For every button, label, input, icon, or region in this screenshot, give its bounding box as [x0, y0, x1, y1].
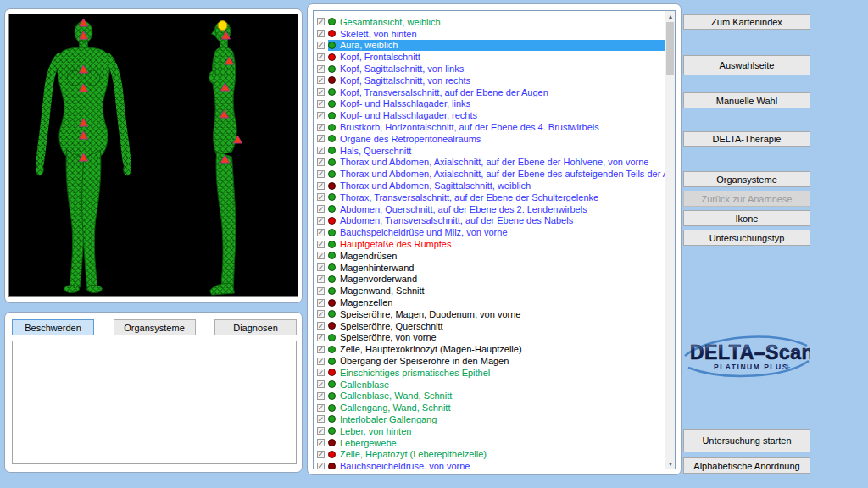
- organ-list-item[interactable]: ✓Übergang der Speiseröhre in den Magen: [314, 355, 665, 367]
- item-highlight-area[interactable]: Organe des Retroperitonealraums: [328, 133, 665, 145]
- organ-list-item[interactable]: ✓Zelle, Hepatozyt (Leberepithelzelle): [314, 448, 665, 460]
- item-checkbox[interactable]: ✓: [317, 158, 325, 166]
- organ-list-item[interactable]: ✓Abdomen, Querschnitt, auf der Ebene des…: [314, 203, 665, 215]
- item-highlight-area[interactable]: Magenwand, Schnitt: [328, 285, 665, 297]
- delta-therapie-button[interactable]: DELTA-Therapie: [683, 131, 810, 147]
- item-checkbox[interactable]: ✓: [317, 124, 325, 131]
- organ-list-item[interactable]: ✓Hals, Querschnitt: [314, 145, 665, 157]
- organ-list-item[interactable]: ✓Kopf, Frontalschnitt: [314, 51, 665, 63]
- item-highlight-area[interactable]: Speiseröhre, Magen, Duodenum, von vorne: [328, 308, 665, 320]
- item-checkbox[interactable]: ✓: [317, 65, 325, 73]
- organ-list-item[interactable]: ✓Kopf, Sagittalschnitt, von links: [314, 63, 665, 75]
- item-highlight-area[interactable]: Leber, von hinten: [328, 425, 665, 437]
- item-highlight-area[interactable]: Kopf- und Halsschlagader, rechts: [328, 109, 665, 121]
- item-highlight-area[interactable]: Speiseröhre, Querschnitt: [328, 320, 665, 332]
- item-checkbox[interactable]: ✓: [317, 346, 325, 353]
- organ-list-item[interactable]: ✓Gesamtansicht, weiblich: [314, 16, 665, 28]
- item-checkbox[interactable]: ✓: [317, 205, 325, 213]
- item-checkbox[interactable]: ✓: [317, 439, 325, 446]
- item-highlight-area[interactable]: Kopf, Sagittalschnitt, von rechts: [328, 75, 665, 86]
- item-highlight-area[interactable]: Lebergewebe: [328, 437, 665, 449]
- organ-list-item[interactable]: ✓Bauchspeicheldrüse und Milz, von vorne: [314, 226, 665, 238]
- item-checkbox[interactable]: ✓: [317, 241, 325, 248]
- item-checkbox[interactable]: ✓: [317, 451, 325, 458]
- item-highlight-area[interactable]: Magendrüsen: [328, 250, 665, 262]
- item-highlight-area[interactable]: Skelett, von hinten: [328, 28, 665, 40]
- item-highlight-area[interactable]: Übergang der Speiseröhre in den Magen: [328, 355, 665, 367]
- item-checkbox[interactable]: ✓: [317, 100, 325, 108]
- item-checkbox[interactable]: ✓: [317, 18, 325, 25]
- item-highlight-area[interactable]: Thorax und Abdomen, Axialschnitt, auf de…: [328, 168, 665, 180]
- organ-list-item[interactable]: ✓Zelle, Hauptexokrinozyt (Magen-Hauptzel…: [314, 343, 665, 355]
- item-highlight-area[interactable]: Magenhinterwand: [328, 262, 665, 274]
- organ-list-item[interactable]: ✓Magenwand, Schnitt: [314, 285, 665, 297]
- item-highlight-area[interactable]: Abdomen, Transversalschnitt, auf der Ebe…: [328, 215, 665, 227]
- item-checkbox[interactable]: ✓: [317, 299, 325, 307]
- item-checkbox[interactable]: ✓: [317, 369, 325, 376]
- organ-list-item[interactable]: ✓Magendrüsen: [314, 250, 665, 262]
- organ-list-item[interactable]: ✓Thorax und Abdomen, Sagittalschnitt, we…: [314, 180, 665, 191]
- scroll-thumb[interactable]: [666, 22, 674, 75]
- organ-list-item[interactable]: ✓Kopf- und Halsschlagader, links: [314, 98, 665, 110]
- scroll-up-button[interactable]: ▲: [665, 11, 676, 21]
- item-checkbox[interactable]: ✓: [317, 358, 325, 365]
- organ-list-item[interactable]: ✓Abdomen, Transversalschnitt, auf der Eb…: [314, 215, 665, 227]
- organ-list-item[interactable]: ✓Hauptgefäße des Rumpfes: [314, 238, 665, 250]
- item-highlight-area[interactable]: Aura, weiblich: [328, 40, 665, 52]
- organ-list-item[interactable]: ✓Kopf, Sagittalschnitt, von rechts: [314, 75, 665, 86]
- item-highlight-area[interactable]: Zelle, Hauptexokrinozyt (Magen-Hauptzell…: [328, 343, 665, 355]
- organ-list-item[interactable]: ✓Leber, von hinten: [314, 425, 665, 437]
- item-highlight-area[interactable]: Hauptgefäße des Rumpfes: [328, 238, 665, 250]
- item-highlight-area[interactable]: Kopf, Sagittalschnitt, von links: [328, 63, 665, 75]
- organ-list-item[interactable]: ✓Speiseröhre, Querschnitt: [314, 320, 665, 332]
- organ-list-item[interactable]: ✓Aura, weiblich: [314, 40, 665, 52]
- organ-list-item[interactable]: ✓Interlobaler Gallengang: [314, 413, 665, 425]
- organ-list-item[interactable]: ✓Lebergewebe: [314, 437, 665, 449]
- item-checkbox[interactable]: ✓: [317, 229, 325, 236]
- item-highlight-area[interactable]: Bauchspeicheldrüse und Milz, von vorne: [328, 226, 665, 238]
- item-checkbox[interactable]: ✓: [317, 147, 325, 154]
- untersuchung-starten-button[interactable]: Untersuchung starten: [683, 429, 810, 452]
- auswahlseite-button[interactable]: Auswahlseite: [683, 55, 810, 75]
- tab-diagnosen[interactable]: Diagnosen: [214, 319, 297, 336]
- organsysteme-button[interactable]: Organsysteme: [683, 171, 810, 187]
- body-viewer-canvas[interactable]: [8, 14, 298, 297]
- item-highlight-area[interactable]: Gallenblase, Wand, Schnitt: [328, 391, 665, 402]
- item-checkbox[interactable]: ✓: [317, 334, 325, 341]
- item-highlight-area[interactable]: Gesamtansicht, weiblich: [328, 16, 665, 28]
- item-checkbox[interactable]: ✓: [317, 193, 325, 201]
- body-marker-head-dot-icon[interactable]: [218, 21, 227, 30]
- item-checkbox[interactable]: ✓: [317, 263, 325, 271]
- organ-list-item[interactable]: ✓Thorax und Abdomen, Axialschnitt, auf d…: [314, 168, 665, 180]
- item-highlight-area[interactable]: Kopf- und Halsschlagader, links: [328, 98, 665, 110]
- item-highlight-area[interactable]: Interlobaler Gallengang: [328, 413, 665, 425]
- item-highlight-area[interactable]: Thorax und Abdomen, Sagittalschnitt, wei…: [328, 180, 665, 191]
- item-highlight-area[interactable]: Magenvorderwand: [328, 274, 665, 286]
- item-checkbox[interactable]: ✓: [317, 392, 325, 400]
- item-checkbox[interactable]: ✓: [317, 252, 325, 259]
- organ-list-item[interactable]: ✓Thorax und Abdomen, Axialschnitt, auf d…: [314, 157, 665, 169]
- organ-list-item[interactable]: ✓Magenzellen: [314, 297, 665, 308]
- item-checkbox[interactable]: ✓: [317, 112, 325, 119]
- tab-beschwerden[interactable]: Beschwerden: [12, 319, 94, 336]
- item-highlight-area[interactable]: Kopf, Transversalschnitt, auf der Ebene …: [328, 86, 665, 98]
- organ-list-item[interactable]: ✓Gallenblase, Wand, Schnitt: [314, 391, 665, 402]
- item-checkbox[interactable]: ✓: [317, 30, 325, 37]
- item-checkbox[interactable]: ✓: [317, 217, 325, 225]
- complaints-textarea[interactable]: [12, 341, 297, 464]
- item-checkbox[interactable]: ✓: [317, 135, 325, 142]
- item-checkbox[interactable]: ✓: [317, 287, 325, 295]
- scroll-down-button[interactable]: ▼: [665, 458, 676, 469]
- item-highlight-area[interactable]: Thorax und Abdomen, Axialschnitt, auf de…: [328, 157, 665, 169]
- item-checkbox[interactable]: ✓: [317, 404, 325, 412]
- item-checkbox[interactable]: ✓: [317, 310, 325, 318]
- item-checkbox[interactable]: ✓: [317, 42, 325, 49]
- organ-list-item[interactable]: ✓Bauchspeicheldrüse, von vorne: [314, 460, 665, 469]
- organ-list-item[interactable]: ✓Gallenblase: [314, 379, 665, 391]
- organ-list-item[interactable]: ✓Kopf- und Halsschlagader, rechts: [314, 109, 665, 121]
- organ-list-item[interactable]: ✓Gallengang, Wand, Schnitt: [314, 402, 665, 413]
- organ-list-item[interactable]: ✓Organe des Retroperitonealraums: [314, 133, 665, 145]
- organ-list-item[interactable]: ✓Skelett, von hinten: [314, 28, 665, 40]
- organ-list-item[interactable]: ✓Speiseröhre, Magen, Duodenum, von vorne: [314, 308, 665, 320]
- organ-list-item[interactable]: ✓Einschichtiges prismatisches Epithel: [314, 367, 665, 379]
